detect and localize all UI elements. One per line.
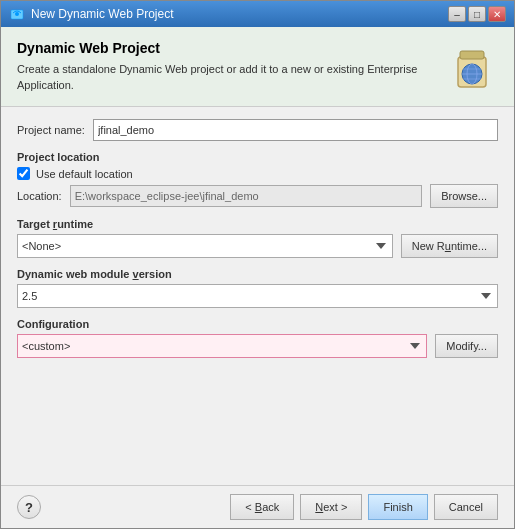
close-button[interactable]: ✕: [488, 6, 506, 22]
header-title: Dynamic Web Project: [17, 40, 434, 56]
title-bar: New Dynamic Web Project – □ ✕: [1, 1, 514, 27]
configuration-label: Configuration: [17, 318, 498, 330]
svg-point-1: [15, 12, 19, 16]
title-bar-buttons: – □ ✕: [448, 6, 506, 22]
configuration-select[interactable]: <custom> Default Configuration: [17, 334, 427, 358]
browse-button[interactable]: Browse...: [430, 184, 498, 208]
minimize-button[interactable]: –: [448, 6, 466, 22]
footer-right: < Back Next > Finish Cancel: [230, 494, 498, 520]
dynamic-web-module-select[interactable]: 2.5 3.0 3.1: [17, 284, 498, 308]
modify-button[interactable]: Modify...: [435, 334, 498, 358]
configuration-select-row: <custom> Default Configuration Modify...: [17, 334, 498, 358]
dynamic-web-module-label: Dynamic web module version: [17, 268, 498, 280]
target-runtime-select[interactable]: <None>: [17, 234, 393, 258]
configuration-group: Configuration <custom> Default Configura…: [17, 318, 498, 358]
location-input[interactable]: [70, 185, 422, 207]
project-name-label: Project name:: [17, 124, 85, 136]
project-name-row: Project name:: [17, 119, 498, 141]
window-title: New Dynamic Web Project: [31, 7, 174, 21]
help-button[interactable]: ?: [17, 495, 41, 519]
dialog-window: New Dynamic Web Project – □ ✕ Dynamic We…: [0, 0, 515, 529]
dynamic-web-module-select-row: 2.5 3.0 3.1: [17, 284, 498, 308]
dialog-content: Dynamic Web Project Create a standalone …: [1, 27, 514, 528]
svg-rect-3: [460, 51, 484, 59]
footer-left: ?: [17, 495, 41, 519]
back-button[interactable]: < Back: [230, 494, 294, 520]
header-description: Create a standalone Dynamic Web project …: [17, 62, 434, 93]
new-runtime-button[interactable]: New Runtime...: [401, 234, 498, 258]
header-icon-area: [446, 41, 498, 93]
project-name-input[interactable]: [93, 119, 498, 141]
next-button[interactable]: Next >: [300, 494, 362, 520]
cancel-button[interactable]: Cancel: [434, 494, 498, 520]
title-bar-left: New Dynamic Web Project: [9, 6, 174, 22]
use-default-location-row: Use default location: [17, 167, 498, 180]
target-runtime-group: Target runtime <None> New Runtime...: [17, 218, 498, 258]
location-label: Location:: [17, 190, 62, 202]
project-location-group: Project location Use default location Lo…: [17, 151, 498, 208]
target-runtime-select-row: <None> New Runtime...: [17, 234, 498, 258]
use-default-location-label: Use default location: [36, 168, 133, 180]
project-location-label: Project location: [17, 151, 498, 163]
dynamic-web-module-group: Dynamic web module version 2.5 3.0 3.1: [17, 268, 498, 308]
maximize-button[interactable]: □: [468, 6, 486, 22]
location-row: Location: Browse...: [17, 184, 498, 208]
header-section: Dynamic Web Project Create a standalone …: [1, 27, 514, 107]
footer: ? < Back Next > Finish Cancel: [1, 485, 514, 528]
target-runtime-label: Target runtime: [17, 218, 498, 230]
globe-jar-icon: [448, 41, 496, 93]
finish-button[interactable]: Finish: [368, 494, 427, 520]
use-default-location-checkbox[interactable]: [17, 167, 30, 180]
window-icon: [9, 6, 25, 22]
header-text: Dynamic Web Project Create a standalone …: [17, 40, 434, 93]
form-section: Project name: Project location Use defau…: [1, 107, 514, 485]
